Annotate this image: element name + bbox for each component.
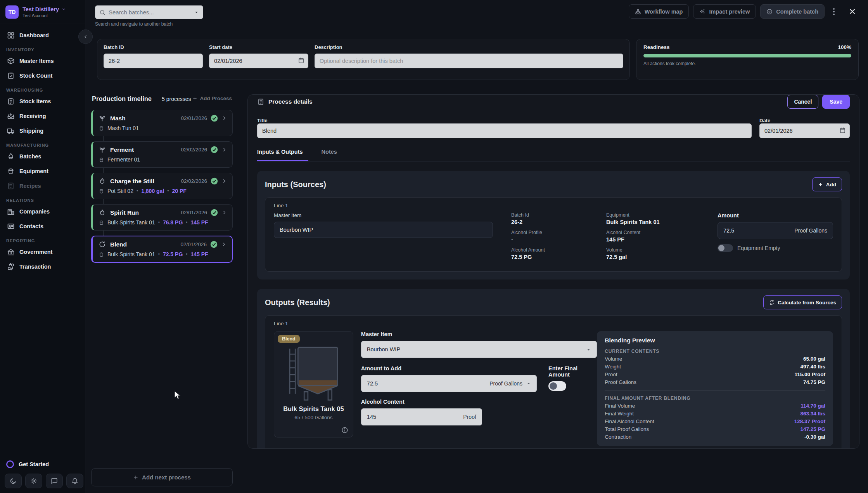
- sidebar-item-master-items[interactable]: Master Items: [5, 54, 80, 68]
- production-timeline: Production timeline 5 processes Add Proc…: [91, 94, 233, 493]
- preview-row-proof: Proof115.00 Proof: [605, 371, 825, 377]
- chevron-right-icon: [221, 115, 227, 121]
- batch-id-input[interactable]: [104, 54, 203, 68]
- tab-inputs-outputs[interactable]: Inputs & Outputs: [257, 149, 308, 161]
- process-card-ferment[interactable]: Ferment02/02/2026Fermenter 01: [91, 141, 233, 168]
- save-button[interactable]: Save: [822, 95, 850, 109]
- search-batches-select[interactable]: Search batches...: [95, 5, 203, 19]
- alcohol-content-input[interactable]: [367, 414, 463, 420]
- calendar-icon: [839, 127, 846, 134]
- amount-to-add-unit[interactable]: Proof Gallons: [489, 380, 522, 387]
- process-title-input[interactable]: [257, 123, 752, 138]
- inbox-in-icon: [7, 112, 15, 120]
- vessel-small-icon: [99, 157, 104, 163]
- preview-row-contraction: Contraction-0.30 gal: [605, 434, 825, 440]
- preview-row-final-alcohol-content: Final Alcohol Content128.37 Proof: [605, 418, 825, 424]
- theme-toggle-button[interactable]: [5, 474, 22, 488]
- moon-icon: [10, 477, 17, 484]
- separator-dot: •: [158, 220, 160, 225]
- output-master-item-select[interactable]: Bourbon WIP: [361, 341, 597, 358]
- amount-to-add-input[interactable]: [367, 380, 489, 387]
- settings-button[interactable]: [25, 474, 42, 488]
- process-date-input[interactable]: [759, 123, 850, 138]
- process-card-mash[interactable]: Mash02/01/2026Mash Tun 01: [91, 110, 233, 136]
- sidebar-item-transaction[interactable]: Transaction: [5, 259, 80, 274]
- sparkles-icon: [699, 9, 705, 15]
- clipboard-check-icon: [7, 72, 15, 80]
- blending-preview-title: Blending Preview: [605, 337, 825, 344]
- input-stat-batch-id: Batch Id26-2: [511, 212, 606, 225]
- close-button[interactable]: [846, 5, 859, 19]
- complete-batch-label: Complete batch: [776, 9, 818, 15]
- preview-label: Weight: [605, 364, 621, 370]
- amount-input[interactable]: [723, 227, 794, 234]
- alcohol-content-field[interactable]: Proof: [361, 408, 482, 425]
- process-equipment-name: Pot Still 02: [107, 188, 133, 194]
- impact-preview-button[interactable]: Impact preview: [693, 4, 756, 19]
- stat-label: Equipment: [606, 212, 717, 218]
- add-process-button[interactable]: Add Process: [192, 95, 232, 101]
- blending-preview-panel: Blending Preview CURRENT CONTENTS Volume…: [597, 331, 833, 446]
- id-card-icon: [7, 222, 15, 230]
- process-card-blend[interactable]: Blend02/01/2026Bulk Spirits Tank 01•72.5…: [91, 236, 233, 263]
- timeline-connector: [103, 136, 104, 141]
- sidebar-item-government[interactable]: Government: [5, 245, 80, 259]
- info-icon[interactable]: [341, 427, 348, 434]
- swap-icon: [7, 263, 15, 271]
- separator-dot: •: [167, 188, 169, 194]
- current-contents-heading: CURRENT CONTENTS: [605, 349, 825, 354]
- org-switcher[interactable]: TD Test Distillery Test Account: [0, 0, 85, 24]
- process-metric: 145 PF: [190, 251, 208, 257]
- vessel-icon: [7, 167, 15, 175]
- sidebar-item-label: Batches: [19, 153, 41, 160]
- sidebar-item-batches[interactable]: Batches: [5, 149, 80, 164]
- cancel-button[interactable]: Cancel: [787, 95, 818, 109]
- tab-notes[interactable]: Notes: [322, 149, 337, 161]
- sidebar-item-contacts[interactable]: Contacts: [5, 219, 80, 234]
- enter-final-amount-toggle[interactable]: [548, 381, 566, 391]
- add-next-process-label: Add next process: [142, 474, 191, 481]
- kebab-icon: [833, 8, 835, 15]
- process-card-spirit-run[interactable]: Spirit Run02/01/2026Bulk Spirits Tank 01…: [91, 204, 233, 231]
- feedback-button[interactable]: [46, 474, 63, 488]
- sidebar-item-equipment[interactable]: Equipment: [5, 164, 80, 179]
- chevron-left-icon: [83, 34, 88, 39]
- input-master-item-field[interactable]: [274, 222, 493, 238]
- complete-check-icon: [210, 241, 218, 248]
- process-metric: 20 PF: [172, 188, 187, 194]
- sidebar-collapse-button[interactable]: [78, 30, 93, 44]
- sidebar-item-recipes[interactable]: Recipes: [5, 179, 80, 193]
- input-stat-alcohol-content: Alcohol Content145 PF: [606, 230, 717, 243]
- preview-row-total-proof-gallons: Total Proof Gallons147.25 PG: [605, 426, 825, 432]
- amount-to-add-field[interactable]: Proof Gallons: [361, 375, 537, 392]
- equipment-empty-toggle[interactable]: [718, 244, 733, 252]
- check-circle-icon: [766, 9, 773, 15]
- droplet-icon: [7, 153, 15, 160]
- add-next-process-button[interactable]: Add next process: [91, 468, 233, 486]
- input-stat-equipment: EquipmentBulk Spirits Tank 01: [606, 212, 717, 225]
- output-master-item-label: Master Item: [361, 331, 597, 337]
- get-started-button[interactable]: Get Started: [6, 460, 49, 468]
- complete-batch-button[interactable]: Complete batch: [760, 4, 825, 19]
- timeline-count: 5 processes: [162, 96, 191, 102]
- preview-value: -0.30 gal: [804, 434, 825, 440]
- sidebar-item-dashboard[interactable]: Dashboard: [5, 28, 80, 43]
- add-input-button[interactable]: Add: [812, 177, 842, 191]
- sidebar-item-stock-items[interactable]: Stock Items: [5, 94, 80, 109]
- start-date-input[interactable]: [209, 54, 308, 68]
- sidebar-item-receiving[interactable]: Receiving: [5, 109, 80, 123]
- description-input[interactable]: [315, 54, 623, 68]
- notifications-button[interactable]: [66, 474, 83, 488]
- batch-header-panel: Batch ID Start date Description: [97, 39, 630, 80]
- start-date-label: Start date: [209, 44, 308, 50]
- sidebar-item-stock-count[interactable]: Stock Count: [5, 68, 80, 83]
- caret-down-icon: [526, 381, 531, 386]
- amount-field[interactable]: Proof Gallons: [718, 222, 833, 239]
- calculate-from-sources-button[interactable]: Calculate from Sources: [763, 295, 842, 309]
- process-card-charge-the-still[interactable]: Charge the Still02/02/2026Pot Still 02•1…: [91, 173, 233, 199]
- more-options-button[interactable]: [829, 5, 839, 19]
- workflow-map-button[interactable]: Workflow map: [629, 4, 689, 19]
- sidebar-item-companies[interactable]: Companies: [5, 204, 80, 219]
- sidebar-item-shipping[interactable]: Shipping: [5, 123, 80, 138]
- impact-preview-label: Impact preview: [709, 9, 750, 15]
